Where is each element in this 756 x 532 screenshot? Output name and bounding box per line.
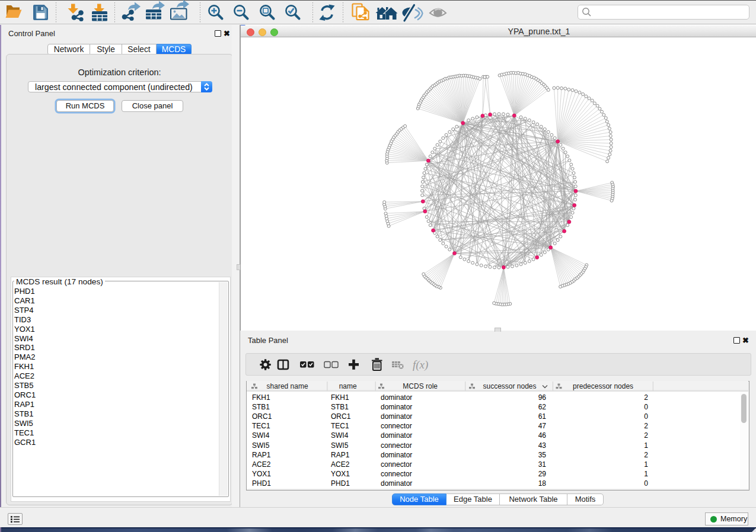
svg-text:f(x): f(x) xyxy=(413,358,428,371)
